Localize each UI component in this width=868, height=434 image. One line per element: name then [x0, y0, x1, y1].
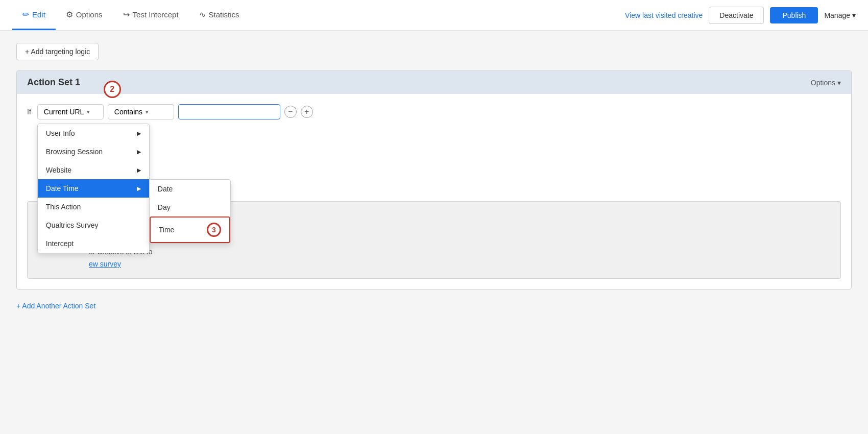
website-chevron-icon: ▶ [137, 167, 141, 174]
top-navigation: ✏ Edit ⚙ Options ↪ Test Intercept ∿ Stat… [0, 0, 868, 31]
minus-icon: − [288, 108, 293, 116]
add-action-set-button[interactable]: + Add Another Action Set [16, 302, 852, 310]
qualtrics-survey-label: Qualtrics Survey [46, 221, 99, 229]
submenu-time[interactable]: Time 3 [150, 216, 230, 243]
current-url-dropdown-container: Current URL ▾ User Info ▶ Browsing Sessi… [37, 104, 104, 119]
current-url-button[interactable]: Current URL ▾ [37, 104, 104, 119]
step-badge-3: 3 [207, 223, 221, 237]
dropdown-item-this-action[interactable]: This Action [38, 198, 149, 216]
nav-edit[interactable]: ✏ Edit [12, 0, 56, 30]
if-row: If 2 Current URL ▾ User Info [27, 104, 841, 119]
contains-button[interactable]: Contains ▾ [108, 104, 174, 119]
browsing-session-chevron-icon: ▶ [137, 149, 141, 155]
nav-test-intercept-label: Test Intercept [133, 10, 179, 19]
statistics-icon: ∿ [199, 10, 206, 19]
time-label: Time [159, 226, 175, 234]
chevron-down-icon: ▾ [852, 11, 856, 19]
action-set-options[interactable]: Options ▾ [811, 79, 841, 87]
dropdown-item-browsing-session[interactable]: Browsing Session ▶ [38, 142, 149, 161]
day-label: Day [158, 203, 171, 211]
nav-right-actions: View last visited creative Deactivate Pu… [625, 7, 856, 24]
this-action-label: This Action [46, 203, 81, 211]
user-info-chevron-icon: ▶ [137, 130, 141, 137]
nav-statistics[interactable]: ∿ Statistics [189, 0, 250, 30]
nav-options-label: Options [76, 10, 103, 19]
date-time-submenu: Date Day Time 3 [149, 179, 231, 244]
survey-link[interactable]: ew survey [89, 260, 121, 268]
dropdown-item-intercept[interactable]: Intercept [38, 234, 149, 253]
browsing-session-label: Browsing Session [46, 148, 103, 156]
date-time-chevron-icon: ▶ [137, 185, 141, 192]
nav-test-intercept[interactable]: ↪ Test Intercept [113, 0, 189, 30]
publish-button[interactable]: Publish [770, 7, 818, 23]
manage-label: Manage [824, 11, 850, 19]
manage-button[interactable]: Manage ▾ [824, 11, 856, 19]
link-label: or Creative to link to [89, 248, 830, 256]
step-badge-2: 2 [104, 81, 121, 98]
website-label: Website [46, 166, 71, 174]
contains-label: Contains [114, 108, 142, 116]
submenu-day[interactable]: Day [150, 198, 230, 216]
edit-icon: ✏ [22, 10, 29, 19]
action-set-header: Action Set 1 Options ▾ [17, 71, 851, 94]
action-set-body: If 2 Current URL ▾ User Info [17, 94, 851, 289]
contains-arrow-icon: ▾ [146, 109, 149, 115]
date-label: Date [158, 185, 173, 193]
dropdown-item-date-time[interactable]: Date Time ▶ Date Day [38, 179, 149, 198]
add-action-set-label: + Add Another Action Set [16, 302, 95, 310]
url-text-input[interactable] [178, 104, 280, 119]
current-url-arrow-icon: ▾ [87, 109, 90, 115]
dropdown-menu: User Info ▶ Browsing Session ▶ Website ▶ [37, 124, 150, 253]
dropdown-item-website[interactable]: Website ▶ [38, 161, 149, 179]
dropdown-item-qualtrics-survey[interactable]: Qualtrics Survey [38, 216, 149, 234]
intercept-icon: ↪ [123, 10, 130, 19]
user-info-label: User Info [46, 129, 75, 137]
intercept-label: Intercept [46, 239, 74, 248]
gear-icon: ⚙ [66, 10, 73, 19]
main-content: + Add targeting logic Action Set 1 Optio… [0, 31, 868, 322]
submenu-date[interactable]: Date [150, 180, 230, 198]
date-time-label: Date Time [46, 184, 79, 192]
view-creative-link[interactable]: View last visited creative [625, 11, 703, 19]
current-url-label: Current URL [44, 108, 84, 116]
add-targeting-button[interactable]: + Add targeting logic [16, 43, 99, 60]
remove-condition-button[interactable]: − [284, 106, 297, 118]
nav-edit-label: Edit [32, 10, 45, 19]
action-set-1: Action Set 1 Options ▾ If 2 Current URL … [16, 70, 852, 290]
add-condition-button[interactable]: + [301, 106, 313, 118]
options-chevron-icon: ▾ [837, 79, 841, 87]
nav-options[interactable]: ⚙ Options [56, 0, 113, 30]
nav-statistics-label: Statistics [209, 10, 239, 19]
plus-icon: + [304, 108, 309, 116]
if-label: If [27, 108, 31, 116]
action-set-title: Action Set 1 [27, 77, 80, 88]
deactivate-button[interactable]: Deactivate [709, 7, 764, 24]
dropdown-item-user-info[interactable]: User Info ▶ [38, 124, 149, 142]
action-set-options-label: Options [811, 79, 835, 87]
